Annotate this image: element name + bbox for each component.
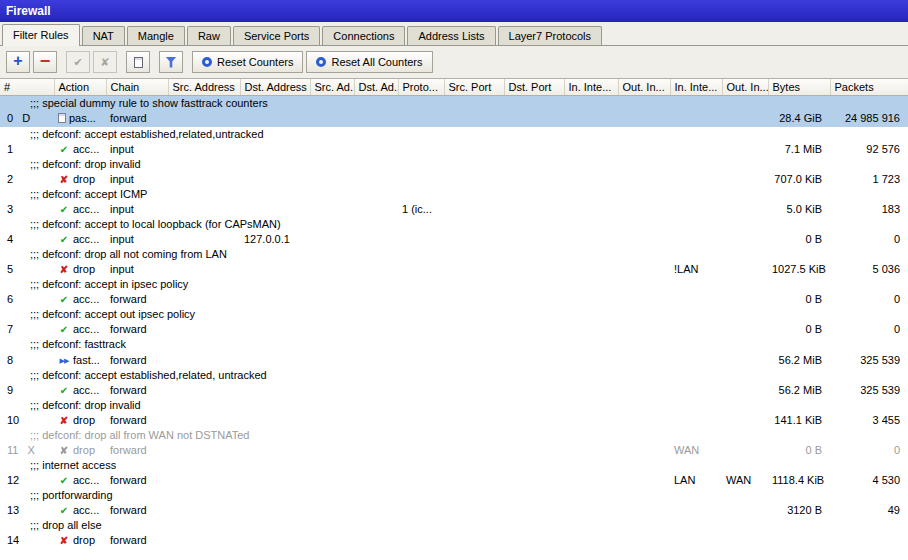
cell-src-adr-list — [310, 292, 354, 307]
accept-icon: ✔ — [58, 232, 70, 247]
rule-row[interactable]: 11X✘dropforwardWAN0 B0 — [0, 443, 908, 458]
column-header-8[interactable]: Src. Port — [444, 79, 504, 95]
rule-row[interactable]: 0Dpas...forward28.4 GiB24 985 916 — [0, 111, 908, 128]
cell-src-port — [444, 142, 504, 157]
rule-row[interactable]: 1✔acc...input7.1 MiB92 576 — [0, 142, 908, 157]
rule-row[interactable]: 12✔acc...forwardLANWAN1118.4 KiB4 530 — [0, 473, 908, 488]
cell-out-interface — [618, 202, 670, 217]
comment-row[interactable]: ;;; defconf: drop all not coming from LA… — [0, 247, 908, 262]
cell-in-interface-list — [670, 503, 722, 518]
comment-row[interactable]: ;;; defconf: accept in ipsec policy — [0, 277, 908, 292]
rule-row[interactable]: 7✔acc...forward0 B0 — [0, 322, 908, 337]
tab-filter-rules[interactable]: Filter Rules — [2, 24, 80, 46]
comment-row[interactable]: ;;; defconf: accept established,related,… — [0, 368, 908, 383]
comment-row[interactable]: ;;; portforwarding — [0, 488, 908, 503]
cell-dst-address — [240, 413, 310, 428]
column-header-2[interactable]: Chain — [106, 79, 168, 95]
column-header-9[interactable]: Dst. Port — [504, 79, 564, 95]
comment-row[interactable]: ;;; defconf: drop all from WAN not DSTNA… — [0, 428, 908, 443]
rule-number: 14 — [7, 533, 19, 548]
column-header-11[interactable]: Out. In... — [618, 79, 670, 95]
column-header-13[interactable]: Out. In... — [722, 79, 768, 95]
window-titlebar[interactable]: Firewall — [0, 0, 908, 22]
cell-src-adr-list — [310, 322, 354, 337]
cell-chain: forward — [106, 473, 168, 488]
cell-out-interface — [618, 111, 670, 128]
comment-row[interactable]: ;;; defconf: drop invalid — [0, 398, 908, 413]
column-header-3[interactable]: Src. Address — [168, 79, 240, 95]
comment-row[interactable]: ;;; defconf: accept established,related,… — [0, 127, 908, 142]
rule-row[interactable]: 4✔acc...input127.0.0.10 B0 — [0, 232, 908, 247]
cell-protocol — [398, 292, 444, 307]
copy-icon — [134, 57, 143, 68]
cell-dst-adr-list — [354, 111, 398, 128]
tab-mangle[interactable]: Mangle — [127, 26, 185, 45]
reset-all-counters-button[interactable]: Reset All Counters — [306, 51, 432, 73]
column-header-0[interactable]: # — [0, 79, 54, 95]
cell-number: 5 — [0, 262, 54, 277]
rule-row[interactable]: 6✔acc...forward0 B0 — [0, 292, 908, 307]
disable-rule-button[interactable]: ✘ — [93, 51, 117, 73]
cell-src-port — [444, 533, 504, 548]
rule-row[interactable]: 14✘dropforward — [0, 533, 908, 548]
column-header-10[interactable]: In. Inte... — [564, 79, 618, 95]
comment-row[interactable]: ;;; drop all else — [0, 518, 908, 533]
rule-row[interactable]: 9✔acc...forward56.2 MiB325 539 — [0, 383, 908, 398]
cell-number: 13 — [0, 503, 54, 518]
rule-row[interactable]: 2✘dropinput707.0 KiB1 723 — [0, 172, 908, 187]
rule-row[interactable]: 8▶▶fast...forward56.2 MiB325 539 — [0, 352, 908, 368]
tab-service-ports[interactable]: Service Ports — [233, 26, 320, 45]
column-header-1[interactable]: Action — [54, 79, 106, 95]
cell-in-interface — [564, 503, 618, 518]
comment-row[interactable]: ;;; internet access — [0, 458, 908, 473]
column-header-14[interactable]: Bytes — [768, 79, 830, 95]
cell-action: ✔acc... — [54, 142, 106, 157]
tab-address-lists[interactable]: Address Lists — [407, 26, 495, 45]
tab-layer7-protocols[interactable]: Layer7 Protocols — [498, 26, 603, 45]
tab-connections[interactable]: Connections — [322, 26, 405, 45]
rule-row[interactable]: 3✔acc...input1 (ic...5.0 KiB183 — [0, 202, 908, 217]
rule-row[interactable]: 10✘dropforward141.1 KiB3 455 — [0, 413, 908, 428]
rule-row[interactable]: 5✘dropinput!LAN1027.5 KiB5 036 — [0, 262, 908, 277]
cell-src-port — [444, 443, 504, 458]
cell-action: ✘drop — [54, 443, 106, 458]
rule-row[interactable]: 13✔acc...forward3120 B49 — [0, 503, 908, 518]
cell-action: ✔acc... — [54, 202, 106, 217]
column-header-7[interactable]: Proto... — [398, 79, 444, 95]
column-header-5[interactable]: Src. Ad... — [310, 79, 354, 95]
column-header-15[interactable]: Packets — [830, 79, 908, 95]
copy-rule-button[interactable] — [126, 51, 150, 73]
comment-row[interactable]: ;;; special dummy rule to show fasttrack… — [0, 95, 908, 111]
column-header-12[interactable]: In. Inte... — [670, 79, 722, 95]
cell-out-interface — [618, 533, 670, 548]
tab-raw[interactable]: Raw — [187, 26, 231, 45]
cell-out-interface-list: WAN — [722, 473, 768, 488]
comment-row[interactable]: ;;; defconf: accept to local loopback (f… — [0, 217, 908, 232]
cell-in-interface-list — [670, 142, 722, 157]
comment-row[interactable]: ;;; defconf: accept ICMP — [0, 187, 908, 202]
rule-number: 9 — [7, 383, 13, 398]
cell-bytes: 0 B — [768, 322, 830, 337]
cell-dst-address — [240, 322, 310, 337]
filter-button[interactable] — [159, 51, 183, 73]
cell-protocol — [398, 383, 444, 398]
comment-row[interactable]: ;;; defconf: fasttrack — [0, 337, 908, 352]
remove-rule-button[interactable]: − — [33, 51, 57, 73]
cell-src-address — [168, 202, 240, 217]
action-label: acc... — [73, 292, 99, 307]
comment-row[interactable]: ;;; defconf: accept out ipsec policy — [0, 307, 908, 322]
tab-nat[interactable]: NAT — [82, 26, 125, 45]
cell-chain: forward — [106, 352, 168, 368]
comment-row[interactable]: ;;; defconf: drop invalid — [0, 157, 908, 172]
cell-out-interface-list — [722, 352, 768, 368]
cell-src-adr-list — [310, 473, 354, 488]
add-rule-button[interactable]: + — [6, 51, 30, 73]
cell-number: 1 — [0, 142, 54, 157]
reset-counters-button[interactable]: Reset Counters — [192, 51, 303, 73]
cell-out-interface — [618, 352, 670, 368]
column-header-6[interactable]: Dst. Ad... — [354, 79, 398, 95]
cell-protocol — [398, 473, 444, 488]
column-header-4[interactable]: Dst. Address — [240, 79, 310, 95]
enable-rule-button[interactable]: ✔ — [66, 51, 90, 73]
cell-dst-address — [240, 503, 310, 518]
